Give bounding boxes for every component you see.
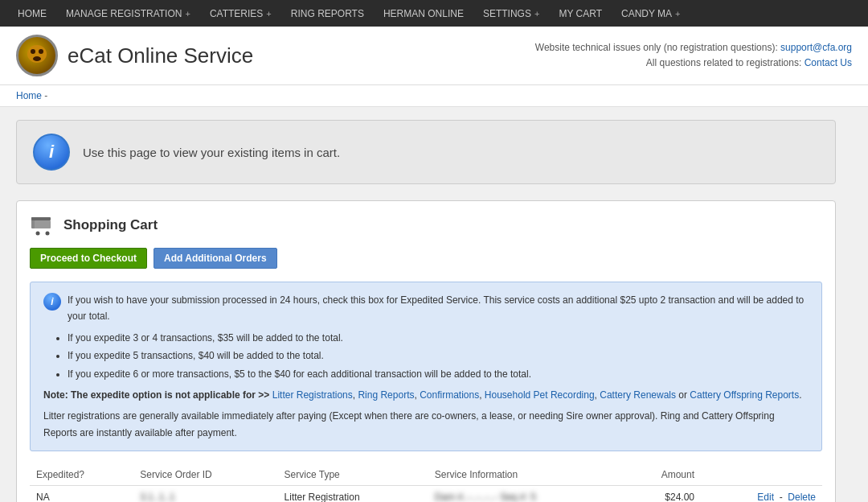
- col-expedited: Expedited?: [30, 464, 133, 486]
- info-banner: i Use this page to view your existing it…: [16, 120, 836, 184]
- expedite-main-text: If you wish to have your submission proc…: [68, 292, 809, 325]
- breadcrumb-home[interactable]: Home: [16, 90, 42, 101]
- household-pet-recording-link[interactable]: Household Pet Recording: [485, 389, 595, 401]
- top-navigation: HOME MANAGE REGISTRATION + CATTERIES + R…: [0, 0, 868, 27]
- order-id-value: 3.1..1..1: [140, 492, 174, 502]
- table-row: NA 3.1..1..1 Litter Registration Dam #..…: [30, 486, 822, 502]
- page-header: eCat Online Service Website technical is…: [0, 27, 868, 85]
- col-service-type: Service Type: [278, 464, 428, 486]
- info-icon: i: [33, 134, 70, 171]
- expedite-bullet-2: If you expedite 5 transactions, $40 will…: [68, 348, 809, 364]
- shopping-cart-icon: [30, 214, 55, 237]
- cart-action-buttons: Proceed to Checkout Add Additional Order…: [30, 248, 822, 269]
- ring-reports-link[interactable]: Ring Reports: [358, 389, 414, 401]
- cell-amount: $24.00: [622, 486, 701, 502]
- cell-order-id: 3.1..1..1: [133, 486, 277, 502]
- expedite-note: Note: The expedite option is not applica…: [43, 387, 809, 403]
- cell-service-type: Litter Registration: [278, 486, 428, 502]
- svg-rect-5: [31, 217, 51, 220]
- nav-catteries[interactable]: CATTERIES +: [200, 0, 281, 27]
- support-email-link[interactable]: support@cfa.org: [780, 42, 852, 53]
- nav-manage-registration[interactable]: MANAGE REGISTRATION +: [56, 0, 200, 27]
- expedite-bullets: If you expedite 3 or 4 transactions, $35…: [68, 330, 809, 382]
- logo: [16, 35, 58, 76]
- contact-line-text: All questions related to registrations:: [646, 57, 801, 68]
- nav-ring-reports[interactable]: RING REPORTS: [281, 0, 374, 27]
- expedite-info-icon: i: [43, 293, 61, 311]
- expedite-info-box: i If you wish to have your submission pr…: [30, 282, 822, 451]
- delete-link[interactable]: Delete: [788, 492, 816, 502]
- cart-header: Shopping Cart: [30, 214, 822, 237]
- svg-point-2: [39, 49, 43, 54]
- svg-point-8: [46, 232, 50, 236]
- breadcrumb: Home -: [0, 85, 868, 107]
- svg-point-3: [33, 56, 41, 61]
- expedite-footer-note: Litter registrations are generally avail…: [43, 408, 809, 441]
- svg-point-7: [36, 232, 40, 236]
- cart-title: Shopping Cart: [63, 217, 158, 233]
- litter-registrations-link[interactable]: Litter Registrations: [272, 389, 353, 401]
- col-amount: Amount: [622, 464, 701, 486]
- nav-catteries-plus: +: [266, 9, 271, 19]
- support-line-text: Website technical issues only (no regist…: [535, 42, 778, 53]
- info-banner-text: Use this page to view your existing item…: [83, 146, 340, 159]
- svg-point-1: [31, 49, 35, 54]
- site-title: eCat Online Service: [68, 43, 253, 68]
- cell-expedited: NA: [30, 486, 133, 502]
- cattery-renewals-link[interactable]: Cattery Renewals: [600, 389, 676, 401]
- cell-service-info: Dam #..-..-..-..- Seq #: 5: [428, 486, 623, 502]
- contact-us-link[interactable]: Contact Us: [805, 57, 852, 68]
- confirmations-link[interactable]: Confirmations: [420, 389, 479, 401]
- nav-home[interactable]: HOME: [8, 0, 56, 27]
- cell-actions: Edit - Delete: [701, 486, 822, 502]
- col-order-id: Service Order ID: [133, 464, 277, 486]
- nav-my-cart[interactable]: MY CART: [549, 0, 612, 27]
- expedite-bullet-1: If you expedite 3 or 4 transactions, $35…: [68, 330, 809, 346]
- col-service-info: Service Information: [428, 464, 623, 486]
- header-right: Website technical issues only (no regist…: [535, 40, 852, 71]
- nav-manage-registration-plus: +: [185, 9, 190, 19]
- svg-rect-6: [35, 220, 51, 228]
- nav-herman-online[interactable]: HERMAN ONLINE: [374, 0, 473, 27]
- proceed-to-checkout-button[interactable]: Proceed to Checkout: [30, 248, 147, 269]
- nav-settings[interactable]: SETTINGS +: [473, 0, 549, 27]
- expedite-bullet-3: If you expedite 6 or more transactions, …: [68, 366, 809, 382]
- nav-settings-plus: +: [534, 9, 539, 19]
- add-additional-orders-button[interactable]: Add Additional Orders: [154, 248, 277, 269]
- breadcrumb-separator: -: [42, 90, 47, 101]
- service-info-value: Dam #..-..-..-..- Seq #: 5: [435, 492, 536, 502]
- nav-candy-ma[interactable]: CANDY MA +: [612, 0, 690, 27]
- cattery-offspring-reports-link[interactable]: Cattery Offspring Reports: [690, 389, 799, 401]
- header-left: eCat Online Service: [16, 35, 253, 76]
- cart-panel: Shopping Cart Proceed to Checkout Add Ad…: [16, 200, 836, 502]
- main-content: i Use this page to view your existing it…: [0, 107, 852, 502]
- cart-table: Expedited? Service Order ID Service Type…: [30, 464, 822, 502]
- nav-candy-ma-plus: +: [675, 9, 680, 19]
- edit-link[interactable]: Edit: [757, 492, 774, 502]
- expedite-note-label: Note: The expedite option is not applica…: [43, 389, 269, 401]
- col-actions: [701, 464, 822, 486]
